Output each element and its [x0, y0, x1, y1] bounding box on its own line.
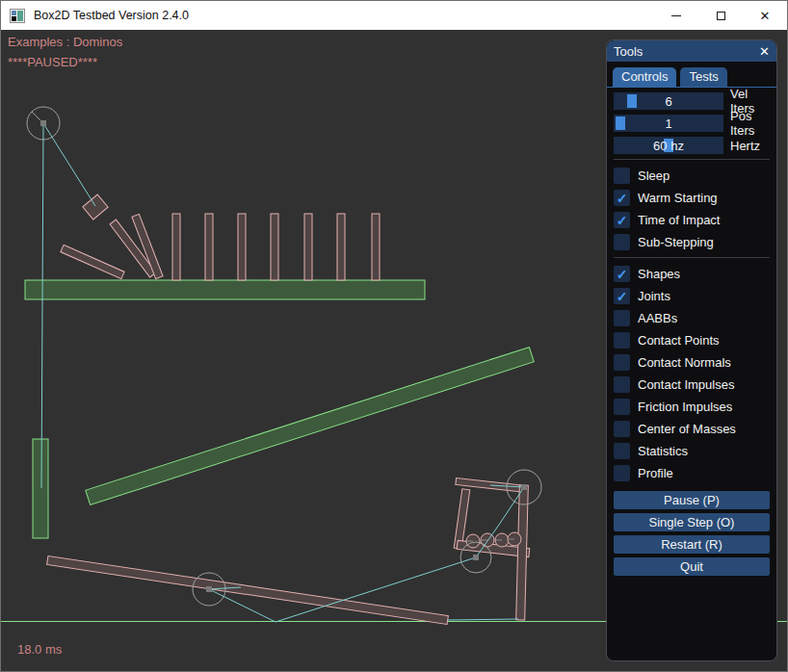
checkbox-sleep[interactable]: Sleep	[614, 165, 770, 187]
checkbox-box[interactable]	[614, 443, 630, 459]
canvas-area: Examples : Dominos ****PAUSED**** 18.0 m…	[1, 30, 787, 672]
checkbox-label: Sub-Stepping	[638, 235, 714, 249]
fallen-dominos	[61, 214, 163, 278]
domino-platform	[25, 280, 425, 299]
separator	[614, 159, 770, 160]
single-step-button[interactable]: Single Step (O)	[614, 513, 770, 531]
checkbox-time-of-impact[interactable]: Time of Impact	[614, 209, 770, 231]
pause-button[interactable]: Pause (P)	[614, 491, 770, 509]
tab-tests[interactable]: Tests	[680, 67, 726, 87]
checkbox-aabbs[interactable]: AABBs	[614, 307, 770, 329]
hertz-label: Hertz	[730, 139, 760, 153]
checkbox-contact-points[interactable]: Contact Points	[614, 329, 770, 351]
pendulum-box	[83, 194, 108, 220]
paused-label: ****PAUSED****	[8, 55, 97, 69]
checkbox-shapes[interactable]: Shapes	[614, 263, 770, 285]
checkbox-label: Contact Impulses	[638, 377, 734, 392]
vel-iters-slider[interactable]: 6	[614, 92, 723, 110]
checkbox-label: Contact Normals	[638, 355, 731, 370]
vel-iters-slider-row: 6 Vel Iters	[614, 92, 770, 110]
checkbox-label: Joints	[638, 289, 670, 303]
checkbox-box[interactable]	[614, 376, 630, 393]
joint-anchors	[40, 120, 527, 592]
tools-panel-titlebar[interactable]: Tools ✕	[607, 40, 776, 62]
minimize-icon	[671, 15, 681, 16]
checkbox-label: Time of Impact	[638, 213, 720, 227]
checkbox-box[interactable]	[614, 310, 630, 326]
example-name-label: Examples : Dominos	[8, 35, 122, 49]
vertical-block	[33, 439, 48, 538]
pos-iters-slider[interactable]: 1	[614, 115, 723, 132]
checkbox-center-of-masses[interactable]: Center of Masses	[614, 418, 770, 440]
pos-iters-value: 1	[614, 115, 723, 132]
app-icon	[10, 9, 25, 23]
pos-iters-slider-row: 1 Pos Iters	[614, 115, 770, 132]
cradle-frame	[454, 478, 530, 620]
standing-dominos	[172, 214, 380, 280]
hertz-slider[interactable]: 60 hz	[614, 137, 723, 154]
checkbox-profile[interactable]: Profile	[614, 462, 770, 484]
checkbox-box[interactable]	[614, 354, 630, 371]
quit-button[interactable]: Quit	[614, 557, 770, 576]
separator	[614, 257, 770, 258]
hertz-slider-row: 60 hz Hertz	[614, 137, 770, 154]
tools-panel: Tools ✕ Controls Tests 6 Vel Iters	[606, 39, 777, 661]
checkbox-box[interactable]	[614, 266, 630, 282]
window-title: Box2D Testbed Version 2.4.0	[34, 9, 654, 22]
minimize-button[interactable]	[654, 1, 698, 30]
checkbox-label: Statistics	[638, 444, 688, 458]
frame-time-label: 18.0 ms	[17, 642, 62, 657]
tools-panel-close-button[interactable]: ✕	[759, 45, 770, 58]
app-window: Box2D Testbed Version 2.4.0 ✕	[0, 0, 788, 672]
checkbox-box[interactable]	[614, 212, 630, 228]
checkbox-label: Friction Impulses	[638, 400, 732, 414]
close-icon: ✕	[760, 10, 771, 22]
checkbox-label: Sleep	[638, 168, 670, 183]
checkbox-label: Contact Points	[638, 333, 720, 348]
checkbox-box[interactable]	[614, 288, 630, 304]
checkbox-box[interactable]	[614, 168, 630, 184]
checkbox-warm-starting[interactable]: Warm Starting	[614, 187, 770, 209]
checkbox-statistics[interactable]: Statistics	[614, 440, 770, 462]
vel-iters-value: 6	[614, 92, 723, 110]
close-button[interactable]: ✕	[743, 1, 787, 30]
checkbox-box[interactable]	[614, 465, 630, 481]
pos-iters-label: Pos Iters	[730, 109, 770, 138]
maximize-button[interactable]	[698, 1, 743, 30]
restart-button[interactable]: Restart (R)	[614, 535, 770, 554]
checkbox-contact-impulses[interactable]: Contact Impulses	[614, 374, 770, 396]
checkbox-friction-impulses[interactable]: Friction Impulses	[614, 396, 770, 418]
window-titlebar: Box2D Testbed Version 2.4.0 ✕	[1, 1, 787, 30]
checkbox-box[interactable]	[614, 234, 630, 250]
tools-panel-title: Tools	[614, 44, 759, 59]
checkbox-box[interactable]	[614, 421, 630, 437]
checkbox-label: Shapes	[638, 267, 680, 281]
panel-body: 6 Vel Iters 1 Pos Iters 60 hz	[607, 88, 776, 660]
checkbox-sub-stepping[interactable]: Sub-Stepping	[614, 231, 770, 253]
hertz-value: 60 hz	[614, 137, 723, 154]
seesaw-plank	[47, 556, 449, 625]
checkbox-box[interactable]	[614, 399, 630, 415]
checkbox-label: Warm Starting	[638, 191, 718, 205]
checkbox-label: Profile	[638, 466, 673, 480]
checkbox-label: AABBs	[638, 311, 677, 325]
checkbox-joints[interactable]: Joints	[614, 285, 770, 307]
checkbox-contact-normals[interactable]: Contact Normals	[614, 351, 770, 374]
tab-bar: Controls Tests	[607, 62, 776, 88]
maximize-icon	[717, 12, 725, 20]
checkbox-label: Center of Masses	[638, 422, 736, 436]
checkbox-box[interactable]	[614, 332, 630, 349]
checkbox-box[interactable]	[614, 190, 630, 206]
tab-controls[interactable]: Controls	[613, 67, 676, 87]
